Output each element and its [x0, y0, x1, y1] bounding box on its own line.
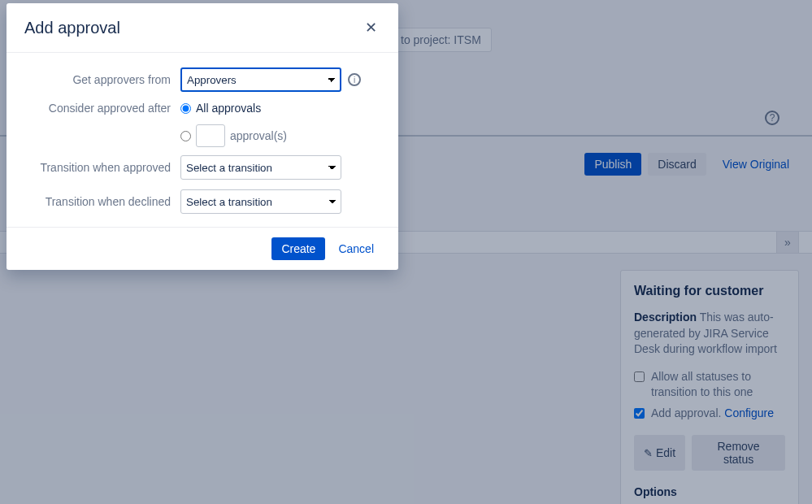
- all-approvals-label: All approvals: [196, 102, 261, 115]
- consider-approved-label: Consider approved after: [24, 102, 180, 115]
- count-approvals-row: approval(s): [180, 124, 380, 147]
- approvers-row: Get approvers from Approvers i: [24, 67, 380, 92]
- transition-approved-row: Transition when approved Select a transi…: [24, 155, 380, 180]
- transition-approved-select[interactable]: Select a transition: [180, 155, 341, 180]
- add-approval-modal: Add approval ✕ Get approvers from Approv…: [7, 3, 398, 270]
- close-icon: ✕: [365, 20, 377, 36]
- count-approvals-radio[interactable]: [180, 131, 191, 141]
- consider-approved-row: Consider approved after All approvals: [24, 102, 380, 115]
- count-approvals-suffix: approval(s): [230, 129, 287, 142]
- modal-title: Add approval: [24, 19, 120, 37]
- cancel-button[interactable]: Cancel: [328, 237, 384, 260]
- all-approvals-radio[interactable]: [180, 103, 191, 114]
- transition-declined-row: Transition when declined Select a transi…: [24, 189, 380, 214]
- approval-count-input[interactable]: [196, 124, 225, 147]
- modal-header: Add approval ✕: [7, 3, 398, 53]
- transition-declined-select[interactable]: Select a transition: [180, 189, 341, 214]
- approvers-select[interactable]: Approvers: [180, 67, 341, 92]
- create-button[interactable]: Create: [271, 237, 325, 260]
- approvers-label: Get approvers from: [24, 73, 180, 86]
- info-icon[interactable]: i: [348, 73, 361, 86]
- transition-declined-label: Transition when declined: [24, 195, 180, 208]
- modal-body: Get approvers from Approvers i Consider …: [7, 53, 398, 227]
- modal-footer: Create Cancel: [7, 227, 398, 270]
- transition-approved-label: Transition when approved: [24, 161, 180, 174]
- close-button[interactable]: ✕: [361, 18, 380, 37]
